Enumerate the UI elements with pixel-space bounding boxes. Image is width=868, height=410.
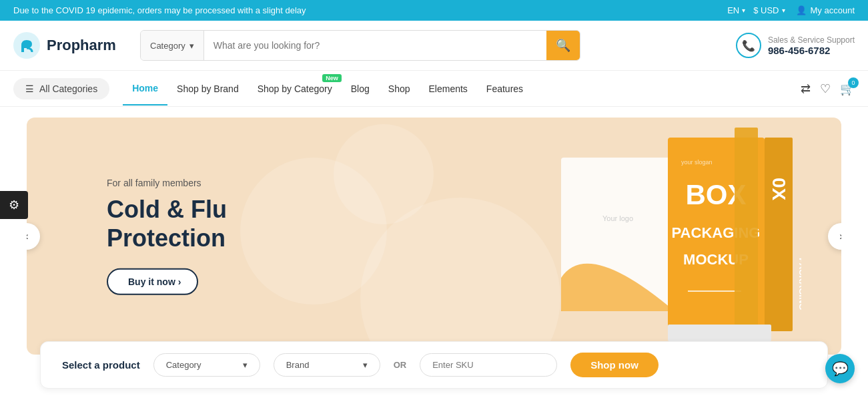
nav-item-brand: Shop by Brand [167, 73, 248, 105]
hero-cta-label: Buy it now › [128, 276, 181, 287]
search-button[interactable]: 🔍 [546, 31, 580, 60]
currency-selector[interactable]: $ USD ▾ [753, 5, 785, 15]
nav-item-features: Features [477, 73, 532, 105]
category-dropdown[interactable]: Category ▾ [153, 353, 260, 377]
nav-item-home: Home [123, 72, 167, 106]
announcement-text: Due to the COVID 19 epidemic, orders may… [13, 5, 306, 15]
nav-link-elements[interactable]: Elements [420, 73, 477, 105]
shop-now-button[interactable]: Shop now [570, 353, 659, 377]
nav-link-brand[interactable]: Shop by Brand [167, 73, 248, 105]
product-selector-bar: Select a product Category ▾ Brand ▾ OR S… [40, 341, 828, 389]
cart-button[interactable]: 🛒 0 [840, 81, 855, 96]
nav-link-home[interactable]: Home [123, 72, 167, 106]
header-support: 📞 Sales & Service Support 986-456-6782 [736, 33, 855, 58]
svg-rect-9 [765, 138, 793, 331]
all-categories-button[interactable]: ☰ All Categories [13, 78, 109, 99]
hero-slider: For all family members Cold & FluProtect… [27, 118, 841, 355]
slider-next-button[interactable]: › [828, 223, 841, 250]
search-category-dropdown[interactable]: Category ▾ [141, 31, 204, 60]
nav-item-blog: Blog [342, 73, 379, 105]
wishlist-button[interactable]: ♡ [820, 81, 831, 96]
svg-text:Your logo: Your logo [602, 214, 633, 222]
logo-icon [13, 32, 40, 59]
nav-item-elements: Elements [420, 73, 477, 105]
all-categories-label: All Categories [39, 83, 97, 94]
support-label: Sales & Service Support [768, 35, 855, 45]
language-selector[interactable]: EN ▾ [727, 5, 745, 15]
nav-link-blog[interactable]: Blog [342, 73, 379, 105]
cart-badge: 0 [848, 77, 859, 88]
or-separator: OR [394, 360, 407, 370]
menu-icon: ☰ [25, 83, 34, 94]
brand-dropdown[interactable]: Brand ▾ [274, 353, 380, 377]
chat-icon: 💬 [832, 361, 849, 377]
svg-rect-12 [735, 128, 758, 335]
nav-item-category: Shop by Category New [248, 73, 342, 105]
navigation: ☰ All Categories Home Shop by Brand Shop… [0, 71, 868, 107]
lang-currency-group: EN ▾ $ USD ▾ [727, 5, 785, 15]
gear-icon: ⚙ [9, 198, 19, 212]
top-bar: Due to the COVID 19 epidemic, orders may… [0, 0, 868, 21]
lang-chevron-icon: ▾ [742, 7, 745, 14]
my-account-label: My account [811, 5, 855, 15]
category-dropdown-label: Category [166, 360, 201, 370]
phone-icon: 📞 [736, 33, 761, 58]
support-info: Sales & Service Support 986-456-6782 [768, 35, 855, 56]
brand-chevron-icon: ▾ [363, 360, 368, 370]
hero-product-image: Your logo BOX PACKAGING MOCKUP your slog… [548, 124, 801, 338]
chevron-right-icon: › [839, 230, 841, 242]
nav-links: Home Shop by Brand Shop by Category New … [123, 72, 801, 106]
search-icon: 🔍 [556, 38, 570, 53]
hero-title: Cold & FluProtection [107, 194, 227, 252]
compare-button[interactable]: ⇄ [801, 81, 811, 96]
svg-text:0X: 0X [769, 178, 789, 201]
my-account-link[interactable]: 👤 My account [796, 5, 855, 15]
compare-icon: ⇄ [801, 82, 811, 95]
logo-link[interactable]: Propharm [13, 32, 127, 59]
chat-button[interactable]: 💬 [825, 354, 855, 383]
nav-link-features[interactable]: Features [477, 73, 532, 105]
select-product-label: Select a product [62, 359, 140, 371]
logo-text: Propharm [47, 37, 116, 54]
svg-rect-16 [668, 325, 771, 341]
chevron-left-icon: ‹ [27, 230, 29, 242]
hero-cta-button[interactable]: Buy it now › [107, 268, 198, 295]
support-phone: 986-456-6782 [768, 45, 855, 56]
heart-icon: ♡ [820, 82, 831, 95]
box-mockup-svg: Your logo BOX PACKAGING MOCKUP your slog… [548, 124, 801, 345]
search-category-chevron-icon: ▾ [189, 41, 194, 51]
nav-link-category[interactable]: Shop by Category New [248, 73, 342, 105]
svg-text:PACKAGING: PACKAGING [797, 258, 801, 310]
top-bar-right: EN ▾ $ USD ▾ 👤 My account [727, 5, 855, 15]
search-bar: Category ▾ 🔍 [140, 30, 580, 61]
search-input[interactable] [204, 31, 546, 60]
category-chevron-icon: ▾ [243, 360, 248, 370]
hero-content: For all family members Cold & FluProtect… [107, 177, 227, 294]
new-badge: New [322, 74, 342, 82]
phone-symbol-icon: 📞 [742, 39, 755, 52]
user-icon: 👤 [796, 5, 807, 15]
nav-link-shop[interactable]: Shop [379, 73, 420, 105]
currency-label: $ USD [753, 5, 779, 15]
brand-dropdown-label: Brand [286, 360, 310, 370]
currency-chevron-icon: ▾ [782, 7, 785, 14]
slider-prev-button[interactable]: ‹ [27, 223, 40, 250]
svg-text:your slogan: your slogan [681, 159, 713, 166]
search-category-label: Category [150, 41, 185, 51]
sku-input[interactable] [420, 353, 557, 377]
header: Propharm Category ▾ 🔍 📞 Sales & Service … [0, 21, 868, 71]
settings-button[interactable]: ⚙ [0, 191, 28, 219]
nav-icons: ⇄ ♡ 🛒 0 [801, 81, 855, 96]
language-label: EN [727, 5, 739, 15]
hero-subtitle: For all family members [107, 177, 227, 188]
shop-now-label: Shop now [590, 359, 638, 371]
nav-item-shop: Shop [379, 73, 420, 105]
